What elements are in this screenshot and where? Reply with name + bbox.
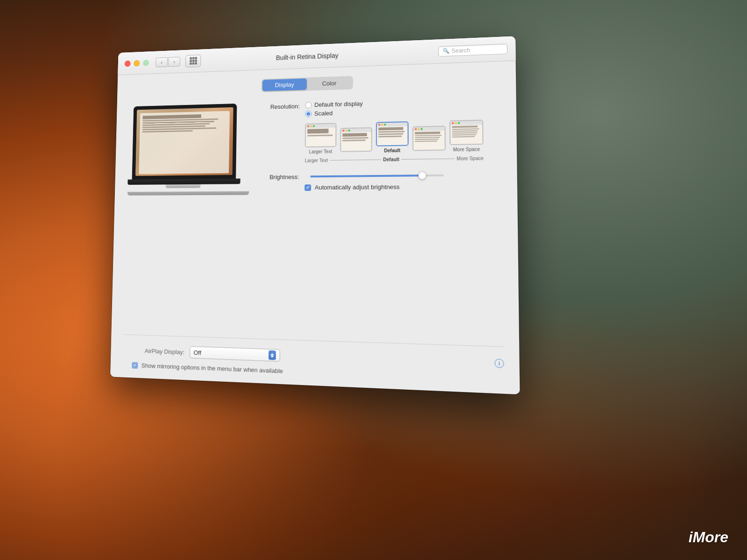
radio-scaled[interactable] [305, 111, 312, 117]
traffic-lights [125, 60, 149, 67]
maximize-button[interactable] [143, 60, 149, 66]
resolution-options: Default for display Scaled [305, 97, 484, 163]
scale-label-5: More Space [453, 147, 480, 152]
screen-content [139, 111, 230, 174]
mirroring-checkbox[interactable] [132, 362, 138, 368]
scale-thumb-2[interactable] [340, 127, 372, 154]
search-box[interactable]: 🔍 Search [438, 43, 507, 56]
content-area: Display Color [110, 61, 520, 394]
settings-panel: Resolution: Default for display Scaled [254, 96, 502, 195]
auto-brightness-checkbox[interactable] [304, 184, 311, 191]
airplay-value: Off [194, 349, 202, 357]
grid-icon [190, 57, 197, 65]
auto-brightness-row: Automatically adjust brightness [304, 182, 502, 191]
tab-bar: Display Color [261, 76, 353, 92]
scale-left-label: Larger Text [305, 158, 328, 163]
main-window: ‹ › Built-in Retina Display 🔍 Search [110, 36, 520, 394]
scale-label-1: Larger Text [309, 149, 332, 154]
brightness-slider[interactable] [310, 174, 444, 177]
scale-larger-text[interactable]: Larger Text [305, 123, 337, 154]
back-icon: ‹ [161, 59, 162, 64]
brightness-controls: Brightness: [254, 170, 502, 181]
scale-thumb-4-img [412, 126, 445, 151]
scale-label-3: Default [384, 148, 401, 154]
info-button[interactable]: i [494, 359, 504, 368]
scale-options: Larger Text [305, 119, 484, 154]
resolution-row: Resolution: Default for display Scaled [254, 96, 502, 164]
search-icon: 🔍 [443, 48, 450, 54]
scale-thumb-4[interactable] [412, 126, 445, 153]
select-down-arrow [270, 355, 274, 357]
brightness-section: Brightness: Automatically adjust brightn… [254, 170, 502, 191]
scale-thumb-1-img [305, 123, 337, 147]
bottom-section: AirPlay Display: Off i Show mirroring op… [123, 334, 504, 384]
scale-thumb-2-img [340, 127, 372, 152]
laptop-base [127, 179, 240, 185]
brightness-label: Brightness: [254, 174, 299, 181]
resolution-scaled-label: Scaled [314, 110, 332, 117]
laptop-preview [127, 104, 241, 196]
select-arrows-icon [268, 350, 276, 360]
minimize-button[interactable] [134, 60, 140, 66]
scale-divider-line [330, 160, 381, 161]
resolution-label: Resolution: [254, 103, 300, 111]
select-up-arrow [270, 353, 274, 355]
mirroring-label: Show mirroring options in the menu bar w… [141, 362, 283, 375]
brightness-thumb[interactable] [418, 171, 426, 179]
nav-buttons: ‹ › [155, 56, 180, 67]
window-title: Built-in Retina Display [276, 51, 338, 61]
scale-thumb-3-img [376, 121, 409, 147]
scale-default[interactable]: Default [376, 121, 409, 154]
main-panel: Resolution: Default for display Scaled [127, 96, 502, 196]
scale-right-label: More Space [457, 156, 484, 161]
close-button[interactable] [125, 60, 131, 66]
scale-more-space[interactable]: More Space [450, 119, 484, 152]
laptop-stand [127, 191, 249, 196]
laptop-screen [135, 107, 233, 176]
window-wrapper: ‹ › Built-in Retina Display 🔍 Search [110, 36, 520, 394]
forward-icon: › [174, 59, 176, 64]
imore-watermark: iMore [689, 529, 728, 546]
search-placeholder: Search [451, 47, 470, 54]
scale-divider-line-2 [402, 159, 455, 160]
radio-default[interactable] [305, 102, 312, 108]
airplay-label: AirPlay Display: [124, 346, 184, 355]
scale-thumb-5-img [450, 119, 484, 145]
airplay-select[interactable]: Off [190, 346, 280, 362]
auto-brightness-label: Automatically adjust brightness [315, 183, 400, 191]
screen-lines [140, 111, 230, 136]
grid-button[interactable] [185, 55, 201, 68]
resolution-default-label: Default for display [314, 100, 363, 108]
tab-display[interactable]: Display [262, 78, 307, 91]
tab-color[interactable]: Color [307, 77, 352, 90]
scale-center-label: Default [383, 157, 400, 162]
laptop-body [132, 104, 237, 180]
back-button[interactable]: ‹ [155, 57, 168, 67]
forward-button[interactable]: › [168, 56, 180, 67]
